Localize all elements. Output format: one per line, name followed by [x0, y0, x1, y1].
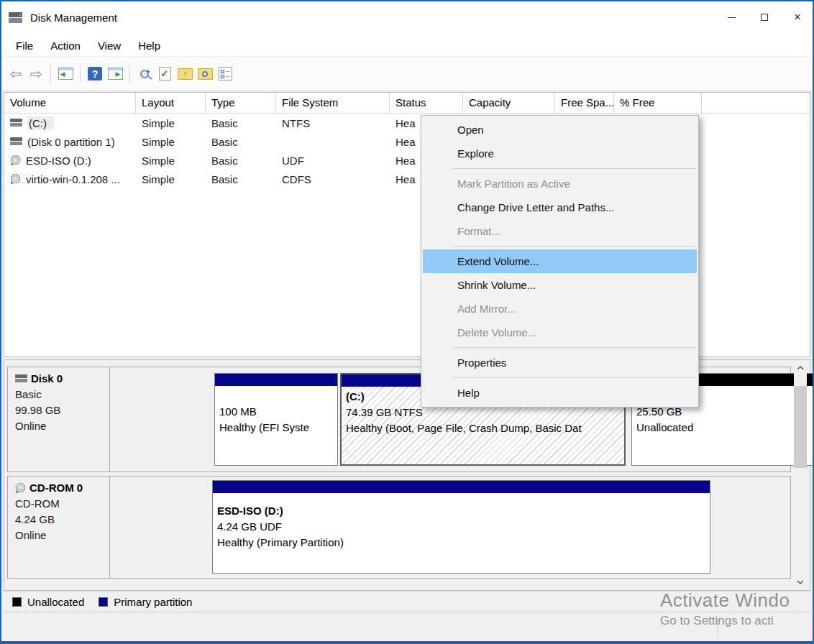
cd-disc-icon	[15, 482, 26, 493]
task-list-icon: ✓ ✓	[219, 67, 232, 80]
volume-name: (Disk 0 partition 1)	[27, 136, 115, 148]
type-value: Basic	[206, 117, 276, 129]
back-icon: ⇦	[10, 67, 22, 81]
partition-status: Healthy (Boot, Page File, Crash Dump, Ba…	[346, 420, 624, 436]
column-header-volume[interactable]: Volume	[4, 93, 136, 113]
scroll-down-icon[interactable]	[794, 576, 807, 589]
menu-item-shrink-volume[interactable]: Shrink Volume...	[421, 273, 698, 297]
disk-size: 4.24 GB	[15, 512, 109, 528]
back-button[interactable]: ⇦	[6, 64, 26, 84]
partition-d[interactable]: ESD-ISO (D:) 4.24 GB UDF Healthy (Primar…	[212, 480, 710, 574]
file-system-value: NTFS	[276, 117, 390, 129]
column-header-percent-free[interactable]: % Free	[614, 93, 702, 113]
console-tree-icon: ◀	[58, 68, 73, 80]
task-list-button[interactable]: ✓ ✓	[215, 64, 235, 84]
disk-name: Disk 0	[31, 371, 63, 387]
layout-value: Simple	[136, 173, 206, 185]
primary-partition-bar	[213, 481, 710, 493]
menu-view[interactable]: View	[89, 37, 129, 55]
column-header-capacity[interactable]: Capacity	[463, 93, 555, 113]
disk-status: Online	[15, 528, 109, 543]
partition-status: Unallocated	[636, 420, 814, 436]
menu-separator	[421, 344, 698, 351]
help-icon: ?	[88, 67, 102, 80]
context-menu: Open Explore Mark Partition as Active Ch…	[421, 115, 699, 408]
menu-item-properties[interactable]: Properties	[421, 351, 698, 374]
rescan-disks-button[interactable]: +	[134, 64, 155, 84]
menu-item-explore[interactable]: Explore	[421, 142, 698, 165]
column-header-type[interactable]: Type	[206, 93, 276, 113]
folder-up-button[interactable]: ↑	[175, 64, 195, 84]
disk-management-app-icon	[9, 12, 23, 23]
disk0-label[interactable]: Disk 0 Basic 99.98 GB Online	[8, 367, 110, 472]
menu-item-help[interactable]: Help	[421, 381, 698, 405]
close-button[interactable]: ×	[781, 0, 814, 34]
volume-name: virtio-win-0.1.208 ...	[26, 173, 120, 185]
hard-disk-icon	[10, 119, 22, 127]
vertical-scrollbar[interactable]	[794, 362, 807, 589]
partition-efi[interactable]: 100 MB Healthy (EFI Syste	[214, 373, 338, 466]
help-button[interactable]: ?	[85, 64, 105, 84]
minimize-icon	[728, 17, 736, 18]
disk-name: CD-ROM 0	[29, 480, 83, 496]
column-header-filler	[702, 93, 810, 113]
toolbar-separator	[50, 65, 51, 83]
menu-item-delete-volume: Delete Volume...	[421, 321, 698, 344]
partition-status: Healthy (Primary Partition)	[217, 535, 710, 551]
partition-label: ESD-ISO (D:)	[217, 503, 710, 519]
maximize-icon	[761, 14, 768, 21]
check-disk-button[interactable]: ✓	[155, 64, 175, 84]
volume-name: ESD-ISO (D:)	[26, 155, 91, 167]
menu-separator	[421, 243, 698, 249]
menu-action[interactable]: Action	[42, 37, 89, 55]
column-header-status[interactable]: Status	[390, 93, 463, 113]
folder-search-button[interactable]	[195, 64, 215, 84]
show-console-tree-button[interactable]: ◀	[55, 64, 76, 84]
partition-size: 100 MB	[219, 404, 337, 420]
volume-table-header: Volume Layout Type File System Status Ca…	[4, 93, 810, 114]
column-header-free-space[interactable]: Free Spa...	[555, 93, 614, 113]
show-action-pane-button[interactable]: ▶	[105, 64, 125, 84]
type-value: Basic	[206, 136, 276, 148]
file-system-value: CDFS	[276, 173, 390, 185]
menu-file[interactable]: File	[7, 37, 42, 55]
menu-item-change-drive-letter[interactable]: Change Drive Letter and Paths...	[421, 196, 698, 219]
forward-icon: ⇨	[30, 67, 42, 81]
cd-disc-icon	[10, 155, 21, 165]
primary-partition-bar	[215, 374, 337, 386]
layout-value: Simple	[136, 136, 206, 148]
legend-bar: Unallocated Primary partition	[4, 591, 810, 612]
menu-item-extend-volume[interactable]: Extend Volume...	[423, 249, 697, 273]
menu-separator	[421, 374, 698, 381]
column-header-layout[interactable]: Layout	[136, 93, 206, 113]
scroll-up-icon[interactable]	[794, 362, 807, 374]
toolbar-separator	[129, 65, 130, 83]
volume-name: (C:)	[27, 116, 54, 130]
layout-value: Simple	[136, 155, 206, 167]
menu-item-format: Format...	[421, 219, 698, 243]
maximize-button[interactable]	[748, 0, 781, 34]
partition-size: 4.24 GB UDF	[217, 519, 710, 535]
menu-help[interactable]: Help	[129, 37, 169, 55]
title-bar: Disk Management ×	[0, 0, 814, 34]
type-value: Basic	[206, 155, 276, 167]
hard-disk-icon	[10, 137, 22, 146]
scrollbar-thumb[interactable]	[794, 386, 807, 468]
disk-type: CD-ROM	[15, 496, 109, 512]
cdrom0-partitions-strip: ESD-ISO (D:) 4.24 GB UDF Healthy (Primar…	[110, 477, 790, 578]
folder-up-icon: ↑	[178, 68, 193, 80]
hard-disk-icon	[15, 374, 27, 383]
minimize-button[interactable]	[715, 0, 748, 34]
partition-status: Healthy (EFI Syste	[219, 420, 337, 436]
cdrom0-label[interactable]: CD-ROM 0 CD-ROM 4.24 GB Online	[8, 477, 110, 578]
menu-item-open[interactable]: Open	[421, 118, 698, 142]
check-document-icon: ✓	[159, 67, 171, 80]
menu-bar: File Action View Help	[0, 34, 814, 57]
forward-button[interactable]: ⇨	[26, 64, 46, 84]
layout-value: Simple	[136, 117, 206, 129]
status-bar	[1, 613, 813, 641]
column-header-file-system[interactable]: File System	[276, 93, 390, 113]
folder-search-icon	[198, 68, 213, 80]
partition-label	[219, 388, 337, 404]
status-bar-divider	[717, 617, 718, 635]
